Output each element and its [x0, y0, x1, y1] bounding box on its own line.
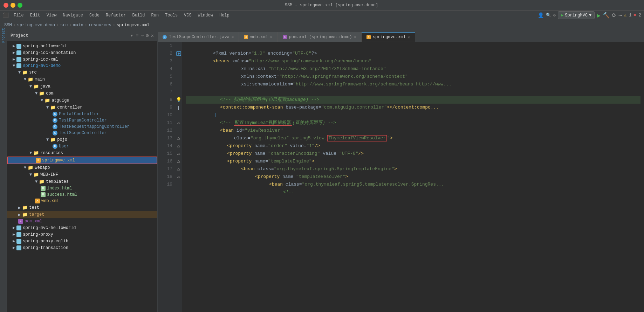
xml-file-icon: X	[35, 199, 40, 203]
tab-web-xml[interactable]: X web.xml ✕	[239, 32, 278, 42]
module-icon	[16, 50, 21, 55]
build-icon[interactable]: 🔨	[603, 12, 610, 19]
tree-item-spring-proxy[interactable]: ▶ spring-proxy	[7, 231, 157, 238]
tree-item-resources[interactable]: ▼ 📁 resources	[7, 150, 157, 157]
tab-close-button[interactable]: ✕	[232, 35, 234, 39]
tree-item-spring-mvc-demo[interactable]: ▼ spring-mvc-demo	[7, 63, 157, 69]
tree-item-index-html[interactable]: H index.html	[7, 185, 157, 192]
tree-item-spring-proxy-cglib[interactable]: ▶ spring-proxy-cglib	[7, 238, 157, 244]
tree-item-web-xml[interactable]: X web.xml	[7, 198, 157, 204]
project-panel: Project ▼ ≡ ⇒ ⚙ ✕ ▶ spring-helloworld ▶	[7, 30, 158, 312]
more-icon[interactable]: ⋯	[618, 12, 622, 19]
breadcrumb-main[interactable]: main	[73, 23, 83, 28]
tree-label: webapp	[35, 165, 50, 170]
tab-pom-xml[interactable]: m pom.xml (spring-mvc-demo) ✕	[278, 32, 362, 42]
tab-springmvc-xml[interactable]: X springmvc.xml ✕	[362, 32, 415, 42]
tree-item-java[interactable]: ▼ 📁 java	[7, 83, 157, 90]
tree-item-user[interactable]: C User	[7, 143, 157, 150]
breadcrumb-ssm[interactable]: SSM	[4, 23, 12, 28]
tree-item-spring-transaction[interactable]: ▶ spring-transaction	[7, 244, 157, 251]
expand-icon: ▼	[29, 151, 32, 155]
tree-item-src[interactable]: ▼ 📁 src	[7, 69, 157, 76]
gutter-8-lightbulb[interactable]: 💡	[175, 96, 182, 104]
tree-item-test[interactable]: ▶ 📁 test	[7, 204, 157, 211]
menu-window[interactable]: Window	[195, 12, 216, 19]
menu-help[interactable]: Help	[217, 12, 232, 19]
tree-item-test-param-controller[interactable]: C TestParamController	[7, 117, 157, 124]
minimize-button[interactable]	[11, 3, 15, 8]
tree-item-com[interactable]: ▼ 📁 com	[7, 90, 157, 97]
tab-close-button[interactable]: ✕	[408, 35, 410, 40]
menu-file[interactable]: File	[11, 12, 27, 19]
tab-close-button[interactable]: ✕	[354, 35, 357, 39]
breadcrumb-src[interactable]: src	[60, 23, 68, 28]
left-sidebar-icons: Project	[0, 30, 7, 312]
line-num-2: 2	[160, 50, 172, 57]
gutter-18	[175, 173, 182, 181]
breadcrumb-project[interactable]: spring-mvc-demo	[17, 23, 55, 28]
expand-icon: ▼	[13, 63, 15, 68]
panel-dropdown-icon[interactable]: ▼	[131, 34, 133, 38]
tree-item-spring-ioc-annotation[interactable]: ▶ spring-ioc-annotation	[7, 49, 157, 56]
avatar-icon[interactable]: 👤	[538, 12, 544, 18]
menu-build[interactable]: Build	[129, 12, 148, 19]
tree-item-pojo[interactable]: ▼ 📁 pojo	[7, 136, 157, 143]
code-editor[interactable]: 1 2 3 4 5 6 7 8 9 10 11 12 13 14 15 16 1…	[158, 42, 644, 312]
menu-navigate[interactable]: Navigate	[60, 12, 86, 19]
settings-icon[interactable]: ⚙	[553, 13, 556, 18]
tree-item-test-scope-controller[interactable]: C TestScopeController	[7, 130, 157, 136]
tree-item-controller[interactable]: ▼ 📁 controller	[7, 104, 157, 111]
tree-item-spring-ioc-xml[interactable]: ▶ spring-ioc-xml	[7, 56, 157, 63]
menu-code[interactable]: Code	[87, 12, 102, 19]
scroll-to-source-button[interactable]: ⇒	[141, 33, 144, 39]
close-button[interactable]	[4, 3, 8, 8]
folder-icon: 📁	[50, 105, 56, 110]
tree-item-main[interactable]: ▼ 📁 main	[7, 76, 157, 83]
menu-vcs[interactable]: VCS	[181, 12, 194, 19]
tree-item-target[interactable]: ▶ 📁 target	[7, 211, 157, 218]
java-class-icon: C	[53, 118, 57, 123]
menu-run[interactable]: Run	[148, 12, 162, 19]
gutter-2[interactable]	[175, 50, 182, 57]
sync-icon[interactable]: ⟳	[612, 12, 616, 19]
code-content[interactable]: <?xml version="1.0" encoding="UTF-8"?> <…	[182, 42, 644, 312]
run-config-dropdown[interactable]: ▶ SpringMVC ▼	[558, 11, 595, 19]
tab-test-scope-controller[interactable]: C TestScopeController.java ✕	[158, 32, 239, 42]
tree-label: java	[40, 84, 50, 89]
window-controls[interactable]	[4, 3, 22, 8]
search-icon[interactable]: 🔍	[546, 13, 551, 18]
line-num-8: 8	[160, 96, 172, 104]
java-tab-icon: C	[163, 35, 167, 39]
breadcrumb-file[interactable]: springmvc.xml	[117, 23, 150, 28]
menu-refactor[interactable]: Refactor	[103, 12, 129, 19]
tree-item-test-request-controller[interactable]: C TestRequestMappingController	[7, 124, 157, 130]
tree-item-templates[interactable]: ▼ 📁 templates	[7, 178, 157, 185]
menu-tools[interactable]: Tools	[162, 12, 180, 19]
tree-label: spring-proxy	[23, 232, 53, 237]
tree-label: User	[59, 144, 69, 149]
java-class-icon: C	[53, 124, 57, 129]
tree-item-springmvc-xml[interactable]: X springmvc.xml	[7, 157, 157, 164]
breadcrumb-resources[interactable]: resources	[89, 23, 111, 28]
menu-view[interactable]: View	[44, 12, 60, 19]
project-icon[interactable]: Project	[0, 32, 7, 39]
tree-label: atguigu	[52, 98, 69, 103]
tab-close-button[interactable]: ✕	[270, 35, 273, 39]
tree-item-webapp[interactable]: ▼ 📁 webapp	[7, 164, 157, 171]
maximize-button[interactable]	[18, 3, 22, 8]
tree-item-web-inf[interactable]: ▼ 📁 WEB-INF	[7, 171, 157, 178]
collapse-all-button[interactable]: ≡	[136, 33, 138, 39]
tree-item-spring-mvc-helloworld[interactable]: ▶ spring-mvc-helloworld	[7, 224, 157, 231]
gutter-5	[175, 73, 182, 81]
run-button[interactable]: ▶	[597, 12, 601, 19]
tree-item-success-html[interactable]: H success.html	[7, 192, 157, 198]
settings-button[interactable]: ⚙	[146, 33, 149, 39]
tree-item-atguigu[interactable]: ▼ 📁 atguigu	[7, 97, 157, 104]
code-line-7: <!-- 扫描控制层组件(自己配置package) -->	[186, 88, 640, 96]
close-panel-button[interactable]: ✕	[151, 33, 154, 39]
menu-edit[interactable]: Edit	[27, 12, 43, 19]
tree-item-portal-controller[interactable]: C PortalController	[7, 111, 157, 117]
tree-item-pom-xml[interactable]: m pom.xml	[7, 218, 157, 224]
folder-icon: 📁	[22, 205, 28, 210]
tree-item-spring-helloworld[interactable]: ▶ spring-helloworld	[7, 43, 157, 49]
